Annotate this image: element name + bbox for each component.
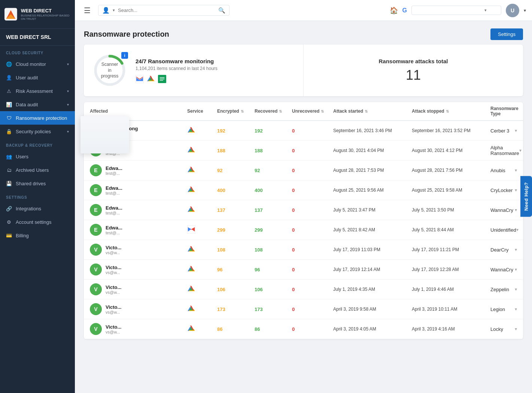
table-row[interactable]: E Edwa... test@... 400 400 0 August 25, … [84,180,523,200]
search-input[interactable] [118,7,215,13]
user-avatar: E [90,224,102,236]
attack-started: September 16, 2021 3:46 PM [333,128,412,133]
col-recovered[interactable]: Recovered ⇅ [255,106,292,116]
sidebar-item-archived-users[interactable]: 🗂 Archived Users [0,163,75,177]
search-icon[interactable]: 🔍 [218,7,225,14]
user-info: Edwa... test@... [106,185,122,195]
col-attack-started[interactable]: Attack started ⇅ [333,106,412,116]
monitoring-title: 24/7 Ransomware monitoring [136,58,218,64]
sidebar-item-data-audit[interactable]: 📊 Data audit ▾ [0,98,75,111]
expand-row-icon[interactable]: ▾ [516,227,519,232]
sidebar-item-account-settings[interactable]: ⚙ Account settings [0,215,75,229]
expand-row-icon[interactable]: ▾ [515,168,517,173]
expand-row-icon[interactable]: ▾ [515,307,517,312]
table-row[interactable]: V Victo... vs@w... 173 173 0 April 3, 20… [84,299,523,319]
google-icon[interactable]: G [402,7,407,14]
table-row[interactable]: E Edwa... test@... 299 299 0 July 5, 202… [84,220,523,240]
user-dropdown [80,116,129,153]
sidebar-item-ransomware-protection[interactable]: 🛡 Ransomware protection [0,111,75,125]
expand-row-icon[interactable]: ▾ [515,188,517,193]
expand-row-icon[interactable]: ▾ [515,207,517,213]
expand-row-icon[interactable]: ▾ [515,287,517,292]
user-avatar: V [90,283,102,295]
ransomware-type-label: Locky [490,326,503,332]
col-service: Service [187,106,217,116]
user-cell: V Victo... vs@w... [90,244,187,256]
sidebar-label-integrations: Integrations [16,206,41,211]
expand-row-icon[interactable]: ▾ [519,148,522,153]
encrypted-value: 192 [217,128,255,134]
avatar-dropdown-chevron[interactable]: ▾ [524,8,526,13]
user-avatar: V [90,263,102,275]
recovered-value: 106 [255,287,292,292]
table-row[interactable]: V Victo... vs@w... 86 86 0 April 3, 2019… [84,319,523,339]
ransomware-type-cell: Locky ▾ [490,326,517,332]
unrecovered-value: 0 [292,326,333,332]
expand-row-icon[interactable]: ▾ [515,267,517,272]
users-icon: 👥 [6,153,12,159]
attack-started: July 1, 2019 4:35 AM [333,287,412,292]
sidebar-item-shared-drives[interactable]: 💾 Shared drives [0,177,75,190]
gdrive-icon [187,205,195,214]
table-row[interactable]: E Edwa... test@... 137 137 0 July 5, 202… [84,200,523,220]
expand-row-icon[interactable]: ▾ [515,128,517,133]
expand-row-icon[interactable]: ▾ [515,326,517,332]
sidebar-item-integrations[interactable]: 🔗 Integrations [0,202,75,215]
sidebar-item-security-policies[interactable]: 🔒 Security policies ▾ [0,125,75,138]
recovered-value: 137 [255,207,292,213]
gdrive-icon [187,265,195,273]
table-row[interactable]: V Victo... vs@w... 106 106 0 July 1, 201… [84,280,523,299]
secondary-search-input[interactable] [415,7,482,13]
gdrive-icon [187,245,195,253]
hamburger-icon[interactable]: ☰ [81,4,94,16]
user-name: Victo... [106,304,121,310]
main-content: ☰ 👤 ▾ 🔍 🏠 G ▾ U ▾ Ransomware protection … [75,0,532,393]
scanner-circle: i Scanner inprogress [93,54,127,87]
table-row[interactable]: E Edwa... test@... 188 188 0 August 30, … [84,141,523,161]
service-icon [187,205,217,215]
attack-started: August 28, 2021 7:53 PM [333,168,412,173]
sidebar-item-risk-assessment[interactable]: ⚠ Risk Assessment ▾ [0,84,75,98]
secondary-search-chevron[interactable]: ▾ [484,8,487,13]
service-icon [187,146,217,155]
settings-button[interactable]: Settings [490,28,523,40]
table-row[interactable]: V Victo... vs@w... 108 108 0 July 17, 20… [84,240,523,260]
recovered-value: 173 [255,307,292,312]
policy-icon: 🔒 [6,128,12,134]
archive-icon: 🗂 [6,167,12,173]
need-help-panel[interactable]: Need Help? [520,176,532,217]
scanner-text: 24/7 Ransomware monitoring 1,104,201 ite… [136,58,218,83]
gmail-icon [187,225,195,234]
table-row[interactable]: V Victo... vs@w... 96 96 0 July 17, 2019… [84,260,523,280]
attack-stopped: August 25, 2021 9:58 AM [412,188,490,193]
user-name: Victo... [106,284,121,290]
sidebar-item-user-audit[interactable]: 👤 User audit [0,71,75,84]
sidebar-item-cloud-monitor[interactable]: 🌐 Cloud monitor ▾ [0,57,75,71]
ransomware-type-label: Cerber 3 [490,128,510,134]
user-email: vs@w... [106,310,121,314]
topbar-secondary-search: ▾ [411,6,501,15]
sidebar-label-account-settings: Account settings [16,219,51,225]
col-attack-stopped[interactable]: Attack stopped ⇅ [412,106,490,116]
attack-started: July 5, 2021 3:47 PM [333,207,412,213]
ransomware-type-cell: CryLocker ▾ [490,188,517,193]
ransomware-type-cell: Anubis ▾ [490,168,517,173]
attack-stopped: August 28, 2021 7:56 PM [412,168,490,173]
table-row[interactable]: E Edwa... test@... 92 92 0 August 28, 20… [84,161,523,180]
expand-row-icon[interactable]: ▾ [515,247,517,252]
avatar[interactable]: U [506,4,519,17]
user-selector-chevron[interactable]: ▾ [113,8,115,13]
ransomware-type-label: CryLocker [490,188,513,193]
col-encrypted[interactable]: Encrypted ⇅ [217,106,255,116]
col-unrecovered[interactable]: Unrecovered ⇅ [292,106,333,116]
user-cell: V Victo... vs@w... [90,263,187,275]
table-header: Affected Service Encrypted ⇅ Recovered ⇅… [84,102,523,121]
sidebar-item-billing[interactable]: 💳 Billing [0,229,75,242]
gdrive-icon [147,75,155,83]
user-avatar: E [90,164,102,176]
service-icon [187,245,217,255]
home-icon[interactable]: 🏠 [390,6,398,15]
sidebar-item-users[interactable]: 👥 Users [0,150,75,163]
section-cloud-security: CLOUD SECURITY [0,46,75,57]
table-row[interactable]: E Edward Wong test@... 192 192 0 Septemb… [84,121,523,141]
